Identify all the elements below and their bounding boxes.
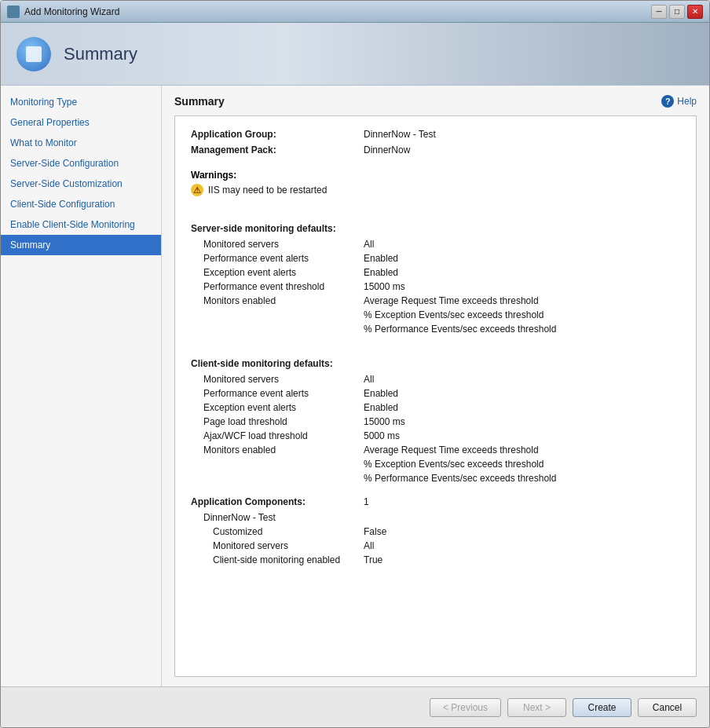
client-monitors-enabled-spacer — [203, 459, 364, 470]
main-area: Monitoring Type General Properties What … — [1, 86, 709, 686]
help-icon: ? — [661, 95, 674, 108]
sidebar-item-general-properties[interactable]: General Properties — [1, 112, 161, 133]
main-window: Add Monitoring Wizard ─ □ ✕ Summary Moni… — [0, 0, 710, 728]
close-button[interactable]: ✕ — [687, 5, 703, 19]
client-monitors-enabled-value2: % Exception Events/sec exceeds threshold — [364, 459, 543, 470]
client-exception-alerts-value: Enabled — [364, 402, 398, 413]
app-components-header: Application Components: — [191, 496, 364, 507]
window-title: Add Monitoring Wizard — [24, 6, 651, 17]
app-component-customized-row: Customized False — [191, 526, 680, 537]
warnings-area: Warnings: ⚠ IIS may need to be restarted — [191, 170, 680, 196]
sidebar-item-server-side-configuration[interactable]: Server-Side Configuration — [1, 153, 161, 174]
server-monitors-enabled-row3: % Performance Events/sec exceeds thresho… — [191, 324, 680, 335]
maximize-button[interactable]: □ — [669, 5, 685, 19]
management-pack-value: DinnerNow — [364, 145, 410, 155]
client-perf-alerts-value: Enabled — [364, 388, 398, 399]
header-area: Summary — [1, 23, 709, 86]
create-button[interactable]: Create — [573, 698, 631, 717]
management-pack-row: Management Pack: DinnerNow — [191, 145, 680, 155]
app-component-customized-value: False — [364, 526, 386, 537]
sidebar-item-client-side-configuration[interactable]: Client-Side Configuration — [1, 194, 161, 214]
sidebar-item-enable-client-side-monitoring[interactable]: Enable Client-Side Monitoring — [1, 214, 161, 235]
client-ajax-row: Ajax/WCF load threshold 5000 ms — [191, 430, 680, 441]
server-side-header: Server-side monitoring defaults: — [191, 223, 680, 234]
app-component-monitored-row: Monitored servers All — [191, 540, 680, 551]
warnings-title: Warnings: — [191, 170, 680, 181]
client-monitors-enabled-row1: Monitors enabled Average Request Time ex… — [191, 444, 680, 455]
footer: < Previous Next > Create Cancel — [1, 686, 709, 727]
server-perf-threshold-label: Performance event threshold — [203, 281, 364, 292]
client-page-load-label: Page load threshold — [203, 416, 364, 427]
application-group-label: Application Group: — [191, 129, 364, 140]
server-perf-threshold-value: 15000 ms — [364, 281, 405, 292]
app-components-row: Application Components: 1 — [191, 496, 680, 507]
server-perf-alerts-value: Enabled — [364, 253, 398, 264]
app-component-customized-label: Customized — [203, 526, 364, 537]
header-title: Summary — [64, 44, 137, 64]
title-bar: Add Monitoring Wizard ─ □ ✕ — [1, 1, 709, 23]
server-monitors-enabled-value1: Average Request Time exceeds threshold — [364, 295, 539, 306]
client-perf-alerts-label: Performance event alerts — [203, 388, 364, 399]
help-button[interactable]: ? Help — [661, 95, 697, 108]
server-perf-alerts-row: Performance event alerts Enabled — [191, 253, 680, 264]
client-monitors-enabled-row3: % Performance Events/sec exceeds thresho… — [191, 473, 680, 484]
summary-panel: Application Group: DinnerNow - Test Mana… — [174, 115, 697, 677]
app-component-client-monitoring-label: Client-side monitoring enabled — [203, 554, 364, 565]
server-monitored-servers-label: Monitored servers — [203, 239, 364, 250]
server-perf-threshold-row: Performance event threshold 15000 ms — [191, 281, 680, 292]
content-area: Summary ? Help Application Group: Dinner… — [162, 86, 709, 686]
client-monitored-servers-label: Monitored servers — [203, 374, 364, 385]
sidebar-item-server-side-customization[interactable]: Server-Side Customization — [1, 174, 161, 194]
server-monitored-servers-row: Monitored servers All — [191, 239, 680, 250]
server-monitors-enabled-value3: % Performance Events/sec exceeds thresho… — [364, 324, 556, 335]
client-monitors-enabled-value1: Average Request Time exceeds threshold — [364, 444, 539, 455]
server-exception-alerts-row: Exception event alerts Enabled — [191, 267, 680, 278]
title-bar-controls: ─ □ ✕ — [651, 5, 703, 19]
warning-icon: ⚠ — [191, 184, 203, 196]
server-monitored-servers-value: All — [364, 239, 374, 250]
server-monitors-enabled-label: Monitors enabled — [203, 295, 364, 306]
app-components-count: 1 — [364, 496, 369, 507]
client-ajax-value: 5000 ms — [364, 430, 400, 441]
header-icon — [16, 37, 51, 71]
client-perf-alerts-row: Performance event alerts Enabled — [191, 388, 680, 399]
client-exception-alerts-label: Exception event alerts — [203, 402, 364, 413]
sidebar-item-what-to-monitor[interactable]: What to Monitor — [1, 133, 161, 153]
application-group-value: DinnerNow - Test — [364, 129, 436, 140]
server-exception-alerts-value: Enabled — [364, 267, 398, 278]
warning-text: IIS may need to be restarted — [208, 185, 327, 196]
client-monitors-enabled-row2: % Exception Events/sec exceeds threshold — [191, 459, 680, 470]
window-icon — [7, 5, 20, 18]
content-header: Summary ? Help — [174, 95, 697, 108]
sidebar: Monitoring Type General Properties What … — [1, 86, 162, 686]
server-monitors-enabled-spacer — [203, 309, 364, 320]
client-monitors-enabled-spacer2 — [203, 473, 364, 484]
sidebar-item-monitoring-type[interactable]: Monitoring Type — [1, 92, 161, 112]
minimize-button[interactable]: ─ — [651, 5, 667, 19]
application-group-row: Application Group: DinnerNow - Test — [191, 129, 680, 140]
client-side-header: Client-side monitoring defaults: — [191, 358, 680, 369]
server-exception-alerts-label: Exception event alerts — [203, 267, 364, 278]
client-monitors-enabled-label: Monitors enabled — [203, 444, 364, 455]
warning-message: ⚠ IIS may need to be restarted — [191, 184, 680, 196]
server-monitors-enabled-spacer2 — [203, 324, 364, 335]
app-component-monitored-label: Monitored servers — [203, 540, 364, 551]
content-title: Summary — [174, 95, 225, 108]
server-monitors-enabled-value2: % Exception Events/sec exceeds threshold — [364, 309, 543, 320]
app-component-client-monitoring-row: Client-side monitoring enabled True — [191, 554, 680, 565]
app-component-name-row: DinnerNow - Test — [191, 512, 680, 523]
cancel-button[interactable]: Cancel — [638, 698, 697, 717]
app-component-monitored-value: All — [364, 540, 374, 551]
app-component-client-monitoring-value: True — [364, 554, 382, 565]
management-pack-label: Management Pack: — [191, 145, 364, 155]
client-monitored-servers-value: All — [364, 374, 374, 385]
client-page-load-value: 15000 ms — [364, 416, 405, 427]
server-monitors-enabled-row2: % Exception Events/sec exceeds threshold — [191, 309, 680, 320]
sidebar-item-summary[interactable]: Summary — [1, 235, 161, 255]
server-perf-alerts-label: Performance event alerts — [203, 253, 364, 264]
previous-button[interactable]: < Previous — [430, 698, 501, 717]
next-button[interactable]: Next > — [507, 698, 566, 717]
app-component-name: DinnerNow - Test — [203, 512, 364, 523]
client-exception-alerts-row: Exception event alerts Enabled — [191, 402, 680, 413]
server-monitors-enabled-row1: Monitors enabled Average Request Time ex… — [191, 295, 680, 306]
